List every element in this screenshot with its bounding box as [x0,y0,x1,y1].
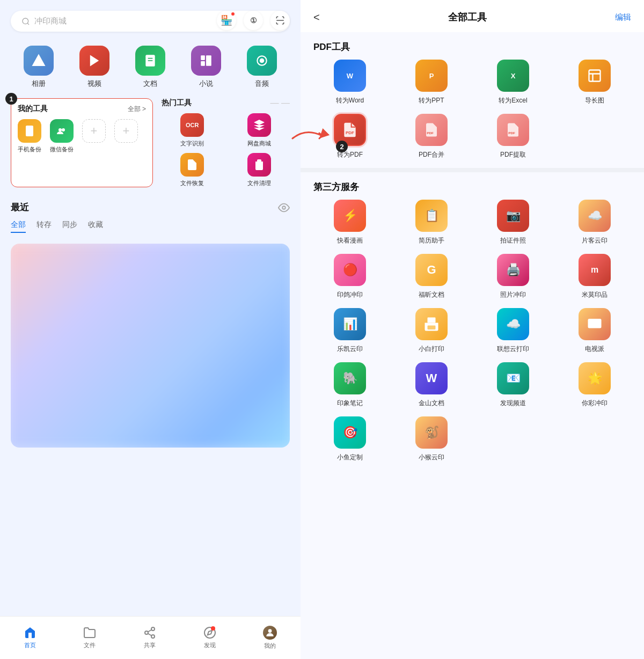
tool-wechat-backup[interactable]: 微信备份 [50,119,74,153]
dianshi-icon [579,308,611,340]
discover-badge [211,626,215,631]
tool-file-clean[interactable]: 文件清理 [229,153,290,187]
evernote-icon: 🐘 [334,362,366,394]
fuxinwendang[interactable]: G 福昕文档 [395,254,468,299]
pdf-merge[interactable]: PDF PDF合并 [395,114,468,159]
faxian-label: 发现频道 [500,399,526,408]
kuaikan-manga[interactable]: ⚡ 快看漫画 [313,200,386,245]
lekaiyunyin-label: 乐凯云印 [337,345,363,354]
nav-mine[interactable]: 我的 [263,626,277,650]
video-icon [87,53,102,68]
jinshan-doc[interactable]: W 金山文档 [395,362,468,408]
recent-title: 最近 [11,201,29,214]
id-photo-emoji: 📷 [506,209,521,223]
xiaoyu-label: 小鱼定制 [337,453,363,462]
id-photo[interactable]: 📷 拍证件照 [477,200,550,245]
xiaoyu-dingzhi[interactable]: 🎯 小鱼定制 [313,416,386,462]
svg-point-11 [260,58,265,63]
tab-all[interactable]: 全部 [11,220,26,233]
store-badge [231,12,235,16]
export-long-img[interactable]: 导长图 [558,60,631,105]
tab-favorites[interactable]: 收藏 [88,220,103,233]
eye-icon[interactable] [278,202,290,214]
svg-point-19 [145,631,148,634]
my-tools-all[interactable]: 全部 > [128,105,146,114]
third-party-section: 第三方服务 ⚡ 快看漫画 📋 简历助手 📷 拍证件照 [301,172,644,659]
header-icons: 🏪 ① [217,11,290,30]
svg-line-1 [27,23,29,25]
pdf-to-word[interactable]: W 转为Word [313,60,386,105]
doc-label: 文档 [143,79,157,89]
lekaiyunyin[interactable]: 📊 乐凯云印 [313,308,386,354]
fuxin-g: G [427,263,436,277]
word-icon: W [334,60,366,92]
category-video[interactable]: 视频 [79,46,109,89]
nav-files-label: 文件 [84,641,96,649]
excel-icon: X [497,60,529,92]
pdf-to-ppt[interactable]: P 转为PPT [395,60,468,105]
edit-button[interactable]: 编辑 [615,12,631,23]
tool-file-recover[interactable]: 文件恢复 [162,153,223,187]
tool-phone-backup[interactable]: 手机备份 [18,119,41,153]
faxian-pindao[interactable]: 📧 发现频道 [477,362,550,408]
pdf-extract[interactable]: PDF PDF提取 [477,114,550,159]
tool-cloud-store[interactable]: 网盘商城 [229,113,290,148]
store-icon-btn[interactable]: 🏪 [217,11,236,30]
category-novel[interactable]: 小说 [191,46,221,89]
nav-discover[interactable]: 发现 [203,626,216,649]
add-tool-1[interactable]: + [82,119,106,143]
yingechongyin-icon: 🔴 [334,254,366,286]
zhaopian-chongyin[interactable]: 🖨️ 照片冲印 [477,254,550,299]
tv-svg [587,316,603,332]
mimoyinpin[interactable]: m 米莫印品 [558,254,631,299]
merge-svg: PDF [423,122,440,138]
piankeyunyin[interactable]: ☁️ 片客云印 [558,200,631,245]
step2-badge: 2 [336,141,348,152]
my-tools-icons: 手机备份 微信备份 + + [18,119,146,153]
file-clean-label: 文件清理 [247,179,271,187]
lekai-emoji: 📊 [343,317,357,331]
yingechongyin[interactable]: 🔴 印鸽冲印 [313,254,386,299]
evernote[interactable]: 🐘 印象笔记 [313,362,386,408]
printer-svg [423,316,440,332]
faxian-icon: 📧 [497,362,529,394]
xiaohou-yunyin[interactable]: 🐒 小猴云印 [395,416,468,462]
pdf-to-excel-label: 转为Excel [499,96,527,105]
xiaobaida-yin[interactable]: 小白打印 [395,308,468,354]
add-tool-2[interactable]: + [114,119,138,143]
tab-transfer[interactable]: 转存 [36,220,52,233]
svg-rect-10 [206,55,211,66]
nicai-chongyin[interactable]: 🌟 你彩冲印 [558,362,631,408]
nav-home[interactable]: 首页 [24,626,36,649]
pdf-merge-icon: PDF [415,114,448,146]
dianshipai[interactable]: 电视派 [558,308,631,354]
video-label: 视频 [87,79,101,89]
svg-point-14 [29,133,31,135]
svg-point-20 [151,635,155,638]
tab-sync[interactable]: 同步 [62,220,77,233]
home-icon [24,626,36,639]
phone-backup-label: 手机备份 [18,145,41,153]
nav-share[interactable]: 共享 [143,626,156,649]
pdf-to-excel[interactable]: X 转为Excel [477,60,550,105]
category-audio[interactable]: 音频 [247,46,277,89]
lenovo-cloud-print[interactable]: ☁️ 联想云打印 [477,308,550,354]
wechat-backup-label: 微信备份 [50,145,74,153]
tool-ocr[interactable]: OCR 文字识别 [162,113,223,148]
nav-files[interactable]: 文件 [83,626,96,649]
category-doc[interactable]: 文档 [135,46,165,89]
nav-mine-label: 我的 [264,642,276,650]
scan-icon-btn[interactable] [270,11,290,30]
nicai-emoji: 🌟 [588,371,602,385]
category-album[interactable]: 相册 [24,46,54,89]
wechat-backup-icon [55,125,68,137]
resume-assistant[interactable]: 📋 简历助手 [395,200,468,245]
jinshan-icon: W [415,362,448,394]
back-button[interactable]: < [313,11,320,24]
points-icon-btn[interactable]: ① [244,11,263,30]
right-panel: < 全部工具 编辑 PDF工具 W 转为Word P 转为PPT [301,0,644,659]
files-icon [83,626,96,639]
svg-rect-9 [201,61,205,66]
piankeyunyin-label: 片客云印 [582,236,608,245]
svg-point-16 [62,128,65,131]
